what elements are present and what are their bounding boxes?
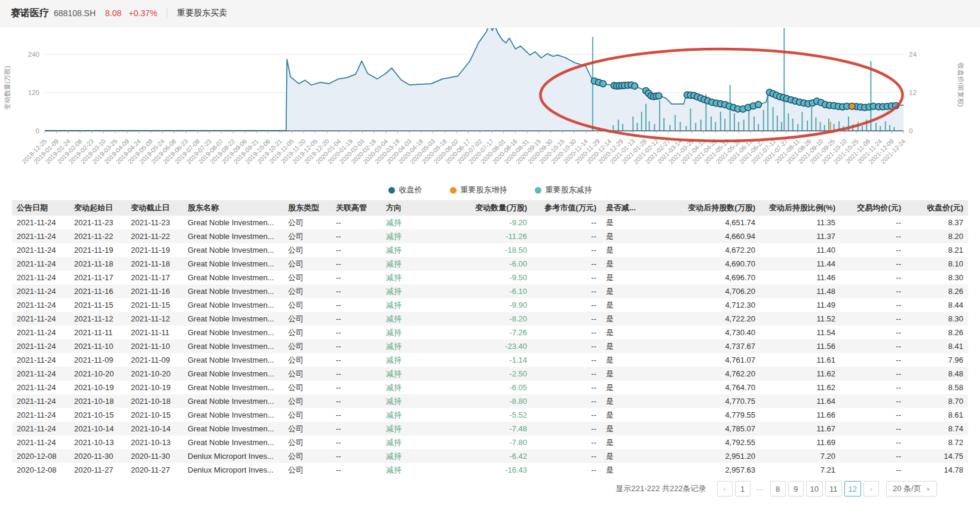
table-cell: 2021-11-18 [126, 257, 183, 271]
page-button-9[interactable]: 9 [788, 481, 804, 496]
page-button-1[interactable]: 1 [735, 481, 751, 496]
page-button-11[interactable]: 11 [825, 481, 842, 496]
page-button-10[interactable]: 10 [806, 481, 823, 496]
page-button-8[interactable]: 8 [770, 481, 786, 496]
table-cell: 2021-11-24 [12, 422, 69, 436]
table-cell: 7.96 [906, 353, 968, 367]
table-cell: -- [331, 463, 381, 477]
table-cell: -- [331, 422, 381, 436]
table-cell: 2021-11-09 [69, 353, 126, 367]
table-cell: -- [331, 216, 381, 229]
svg-text:收盘价(前复权): 收盘价(前复权) [957, 63, 964, 106]
table-cell: 2021-10-14 [69, 422, 126, 436]
table-cell: -- [840, 394, 906, 408]
table-cell: 11.40 [760, 243, 840, 257]
legend-item-0[interactable]: 收盘价 [388, 185, 422, 195]
table-cell: 2021-11-23 [69, 216, 126, 229]
table-cell: 2021-11-24 [12, 271, 69, 284]
table-row: 2021-11-242021-10-182021-10-18Great Nobl… [12, 394, 968, 408]
table-cell: 公司 [283, 367, 331, 381]
table-cell: 2,957.63 [653, 463, 760, 477]
table-cell: -- [840, 463, 906, 477]
table-cell: 减持 [381, 243, 436, 257]
table-cell: -- [532, 257, 601, 271]
column-header-12: 交易均价(元) [840, 200, 906, 216]
table-cell: -- [331, 394, 381, 408]
page-size-select[interactable]: 20 条/页 ∨ [886, 481, 937, 496]
table-cell: 2021-11-19 [126, 243, 183, 257]
shareholder-table-wrap: 公告日期变动起始日变动截止日股东名称股东类型关联高管方向变动数量(万股)参考市值… [0, 200, 980, 477]
table-cell: 4,706.20 [653, 284, 760, 298]
table-cell: -6.05 [436, 381, 532, 394]
table-cell: -- [840, 367, 906, 381]
table-cell: 公司 [283, 339, 331, 353]
column-header-11: 变动后持股比例(%) [760, 200, 840, 216]
table-cell: Great Noble Investmen... [183, 394, 283, 408]
table-header-row: 公告日期变动起始日变动截止日股东名称股东类型关联高管方向变动数量(万股)参考市值… [12, 200, 968, 216]
table-cell: -- [840, 243, 906, 257]
table-cell: 11.54 [760, 326, 840, 339]
column-header-7: 变动数量(万股) [436, 200, 532, 216]
legend-item-1[interactable]: 重要股东增持 [450, 185, 507, 195]
table-cell: 8.74 [906, 422, 968, 436]
table-cell: 8.30 [906, 312, 968, 326]
table-cell: -- [840, 449, 906, 463]
table-cell: Denlux Microport Inves... [183, 449, 283, 463]
table-cell: 8.30 [906, 271, 968, 284]
table-cell: -- [331, 449, 381, 463]
tab-important-shareholder-trades[interactable]: 重要股东买卖 [177, 8, 227, 19]
table-cell: 2021-11-23 [126, 216, 183, 229]
table-cell: 2021-11-09 [126, 353, 183, 367]
table-cell: 11.48 [760, 284, 840, 298]
table-cell: 4,785.07 [653, 422, 760, 436]
table-cell: -- [331, 298, 381, 312]
table-cell: 2021-11-15 [69, 298, 126, 312]
table-cell: Great Noble Investmen... [183, 216, 283, 229]
table-row: 2020-12-082020-11-272020-11-27Denlux Mic… [12, 463, 968, 477]
table-cell: 减持 [381, 216, 436, 229]
table-cell: -- [532, 339, 601, 353]
table-cell: 是 [601, 408, 653, 422]
table-cell: -6.42 [436, 449, 532, 463]
table-cell: -- [331, 271, 381, 284]
table-row: 2021-11-242021-10-132021-10-13Great Nobl… [12, 436, 968, 449]
table-cell: 7.20 [760, 449, 840, 463]
table-cell: 公司 [283, 284, 331, 298]
table-cell: 2021-10-18 [69, 394, 126, 408]
table-cell: 公司 [283, 381, 331, 394]
table-cell: 2021-11-19 [69, 243, 126, 257]
price-volume-chart[interactable]: 2018-12-252019-01-092019-01-242019-02-08… [0, 28, 980, 180]
table-cell: 减持 [381, 284, 436, 298]
legend-item-2[interactable]: 重要股东减持 [535, 185, 592, 195]
table-cell: 2021-11-24 [12, 216, 69, 229]
table-cell: -7.80 [436, 436, 532, 449]
table-cell: 是 [601, 326, 653, 339]
table-cell: 是 [601, 449, 653, 463]
table-cell: 2020-11-30 [126, 449, 183, 463]
table-cell: -- [532, 326, 601, 339]
table-cell: -7.26 [436, 326, 532, 339]
table-cell: 公司 [283, 312, 331, 326]
table-cell: 2021-11-24 [12, 408, 69, 422]
table-cell: Great Noble Investmen... [183, 298, 283, 312]
table-cell: -- [532, 353, 601, 367]
table-cell: -- [331, 381, 381, 394]
table-cell: -11.26 [436, 229, 532, 243]
table-cell: -- [331, 284, 381, 298]
table-row: 2021-11-242021-10-192021-10-19Great Nobl… [12, 381, 968, 394]
page-button-12[interactable]: 12 [844, 481, 861, 496]
table-cell: 2021-11-17 [126, 271, 183, 284]
svg-text:120: 120 [28, 89, 39, 96]
column-header-9: 是否减... [601, 200, 653, 216]
table-cell: 8.61 [906, 408, 968, 422]
column-header-1: 变动起始日 [69, 200, 126, 216]
table-cell: -- [840, 422, 906, 436]
table-cell: 4,660.94 [653, 229, 760, 243]
table-cell: Great Noble Investmen... [183, 339, 283, 353]
shareholder-trade-chart: 2018-12-252019-01-092019-01-242019-02-08… [0, 27, 980, 198]
table-row: 2021-11-242021-11-092021-11-09Great Nobl… [12, 353, 968, 367]
table-cell: -- [331, 229, 381, 243]
table-cell: 11.49 [760, 298, 840, 312]
next-page-button: › [863, 481, 879, 496]
table-cell: 4,730.40 [653, 326, 760, 339]
